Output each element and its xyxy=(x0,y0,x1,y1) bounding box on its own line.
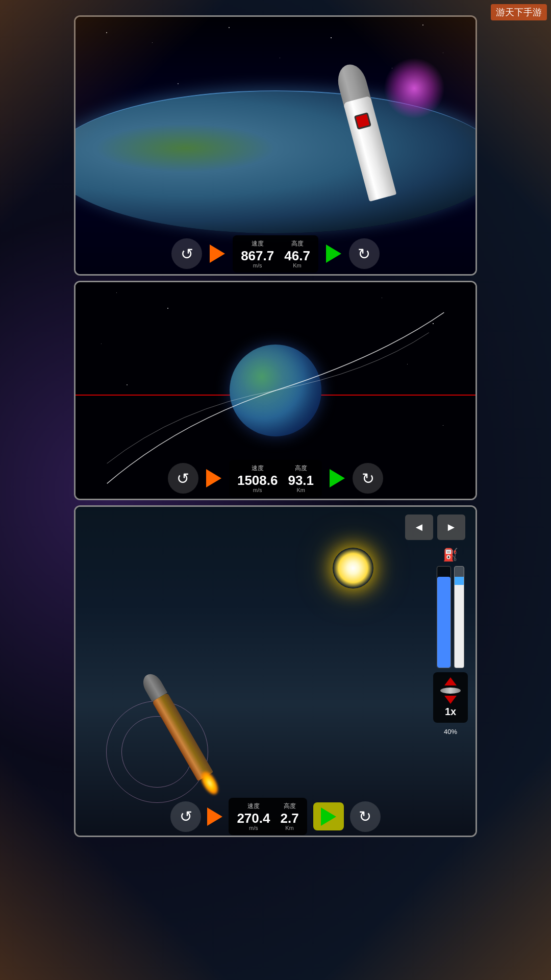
panel1-rotate-button[interactable]: ↺ xyxy=(171,238,202,269)
panel3-fuel-percent-label: 40% xyxy=(444,728,457,736)
panel1-bottom-bar: ↺ 速度 867.7 m/s 高度 46.7 Km ↻ xyxy=(76,233,475,274)
panel3-rotate-icon: ↺ xyxy=(180,807,192,825)
panel3-nav-arrows: ◄ ► xyxy=(405,514,465,540)
panel2-altitude-stat: 高度 93.1 Km xyxy=(288,464,314,493)
panel3-altitude-label: 高度 xyxy=(284,802,296,811)
panel3-arrow-orange-icon xyxy=(207,807,222,826)
panel3-throttle-panel xyxy=(437,566,464,668)
panel2-rotate-button[interactable]: ↺ xyxy=(168,463,198,494)
panel2-bottom-bar: ↺ 速度 1508.6 m/s 高度 93.1 Km ↻ xyxy=(76,458,475,499)
panel2-speed-unit: m/s xyxy=(253,487,262,493)
panel2-altitude-label: 高度 xyxy=(295,464,307,473)
panel1-arrow-orange-icon xyxy=(210,244,225,263)
panel1-altitude-stat: 高度 46.7 Km xyxy=(284,239,310,268)
panel1-altitude-unit: Km xyxy=(293,262,302,268)
panel3-altitude-value: 2.7 xyxy=(280,812,298,825)
panel3-speed-value: 270.4 xyxy=(237,812,270,825)
panel3-throttle-handle[interactable] xyxy=(454,577,464,585)
main-container: ↺ 速度 867.7 m/s 高度 46.7 Km ↻ xyxy=(0,0,551,980)
panel1-speed-label: 速度 xyxy=(252,239,264,248)
panel-2-orbit-view: ↺ 速度 1508.6 m/s 高度 93.1 Km ↻ xyxy=(74,281,477,500)
panel2-stats-box: 速度 1508.6 m/s 高度 93.1 Km xyxy=(229,460,322,497)
panel3-altitude-unit: Km xyxy=(285,825,294,831)
panel3-fuel-icon: ⛽ xyxy=(443,548,458,562)
panel3-speed-label: 速度 xyxy=(247,802,260,811)
panel3-throttle-bar-fill xyxy=(455,577,464,668)
panel1-arrow-green-icon xyxy=(326,244,341,263)
panel3-speed-stat: 速度 270.4 m/s xyxy=(237,802,270,831)
panel2-speed-label: 速度 xyxy=(252,464,264,473)
panel1-stats-box: 速度 867.7 m/s 高度 46.7 Km xyxy=(233,235,318,273)
panel3-speed-unit: m/s xyxy=(249,825,258,831)
panel3-multiplier-up-icon xyxy=(444,677,457,685)
panel1-altitude-value: 46.7 xyxy=(284,249,310,262)
panel1-refresh-icon: ↻ xyxy=(358,245,370,263)
panel3-refresh-icon: ↻ xyxy=(359,807,371,825)
panel1-rotate-icon: ↺ xyxy=(181,245,193,263)
panel-1-space-view: ↺ 速度 867.7 m/s 高度 46.7 Km ↻ xyxy=(74,15,477,276)
panel3-multiplier-value: 1x xyxy=(445,706,456,718)
panel1-speed-unit: m/s xyxy=(253,262,262,268)
panel2-arrow-orange-icon xyxy=(206,469,221,487)
panel3-arrow-green-icon xyxy=(321,807,336,826)
panel3-fuel-bar-container[interactable] xyxy=(437,566,451,668)
panel2-speed-stat: 速度 1508.6 m/s xyxy=(237,464,278,493)
panel3-sun xyxy=(333,548,373,589)
panel1-speed-value: 867.7 xyxy=(241,249,274,262)
panel2-altitude-unit: Km xyxy=(297,487,306,493)
panel2-speed-value: 1508.6 xyxy=(237,474,278,487)
watermark: 游天下手游 xyxy=(491,4,547,20)
panel2-rotate-icon: ↺ xyxy=(177,470,189,487)
panel3-multiplier-disc xyxy=(440,688,461,694)
panel3-fuel-controls: ⛽ 1x 40% xyxy=(433,548,468,736)
panel3-multiplier-box: 1x xyxy=(433,672,468,723)
panel-3-launch-view: ◄ ► ⛽ xyxy=(74,505,477,837)
panel3-bottom-bar: ↺ 速度 270.4 m/s 高度 2.7 Km ↻ xyxy=(76,797,475,836)
panel3-rotate-button[interactable]: ↺ xyxy=(170,801,201,832)
panel1-rocket-body xyxy=(343,96,396,202)
panel3-nav-prev-button[interactable]: ◄ xyxy=(405,514,433,540)
panel1-speed-stat: 速度 867.7 m/s xyxy=(241,239,274,268)
panel3-stats-box: 速度 270.4 m/s 高度 2.7 Km xyxy=(229,798,307,835)
panel3-nav-next-button[interactable]: ► xyxy=(437,514,465,540)
panel3-refresh-button[interactable]: ↻ xyxy=(350,801,381,832)
panel2-altitude-value: 93.1 xyxy=(288,474,314,487)
panel3-multiplier-down-icon xyxy=(444,696,457,704)
panel3-location-button[interactable] xyxy=(313,802,344,830)
panel1-refresh-button[interactable]: ↻ xyxy=(349,238,380,269)
panel3-altitude-stat: 高度 2.7 Km xyxy=(280,802,298,831)
panel1-rocket-window xyxy=(354,112,371,130)
panel1-altitude-label: 高度 xyxy=(291,239,304,248)
panel2-arrow-green-icon xyxy=(330,469,345,487)
panel3-throttle-bar-container[interactable] xyxy=(454,566,464,668)
panel2-refresh-icon: ↻ xyxy=(362,470,374,487)
panel2-refresh-button[interactable]: ↻ xyxy=(353,463,383,494)
panel3-nav-prev-icon: ◄ xyxy=(414,521,425,534)
panel1-engine-glow xyxy=(384,58,445,119)
panel3-nav-next-icon: ► xyxy=(446,521,457,534)
panel3-fuel-bar-fill xyxy=(437,577,450,668)
